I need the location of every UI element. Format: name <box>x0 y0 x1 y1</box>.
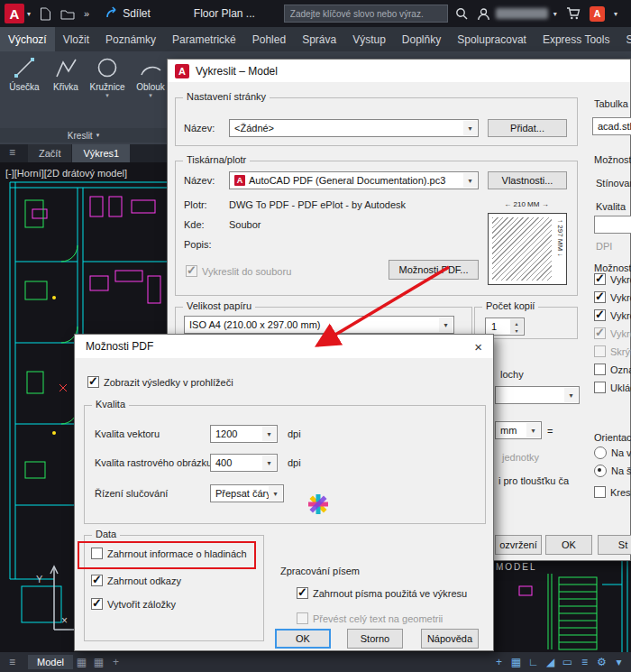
username-blurred[interactable] <box>496 8 548 19</box>
ribbon-tab-doplnky[interactable]: Doplňky <box>394 27 449 51</box>
workspace-gear-icon[interactable]: ⚙ <box>593 654 610 670</box>
line-tool-button[interactable]: Úsečka <box>4 55 45 92</box>
quality-dropdown[interactable] <box>594 216 631 234</box>
model-space-tab[interactable]: Model <box>28 655 73 669</box>
polar-tracking-icon[interactable]: ◢ <box>542 654 559 670</box>
plot-dialog-titlebar[interactable]: A Vykreslit – Model <box>168 60 630 82</box>
dropdown-caret-icon[interactable]: ▾ <box>526 423 540 437</box>
open-folder-icon[interactable] <box>60 8 75 20</box>
circle-dropdown-caret-icon[interactable]: ▾ <box>87 92 128 99</box>
ribbon-tab-pohled[interactable]: Pohled <box>244 27 294 51</box>
dropdown-caret-icon[interactable]: ▾ <box>564 388 578 402</box>
plot-option-checkbox-1[interactable]: Vykre <box>594 291 631 303</box>
merge-control-dropdown[interactable]: Přepsat čáry ▾ <box>210 484 284 502</box>
spin-up-icon[interactable]: ▴ <box>510 319 523 327</box>
plot-to-file-checkbox[interactable]: Vykreslit do souboru <box>186 265 291 277</box>
show-results-checkbox[interactable]: Zobrazit výsledky v prohlížeči <box>87 376 233 388</box>
user-menu-caret-icon[interactable]: ▾ <box>553 10 557 18</box>
dropdown-caret-icon[interactable]: ▾ <box>463 173 477 188</box>
ribbon-tab-express-tools[interactable]: Express Tools <box>535 27 617 51</box>
include-hyperlinks-checkbox[interactable]: Zahrnout odkazy <box>91 575 181 586</box>
ribbon-tab-parametricke[interactable]: Parametrické <box>164 27 244 51</box>
plot-style-table-dropdown[interactable]: acad.stb <box>592 117 631 135</box>
file-tab-vykres1[interactable]: Výkres1 <box>72 144 130 162</box>
capture-fonts-checkbox[interactable]: Zahrnout písma použitá ve výkresu <box>297 587 467 599</box>
plot-option-checkbox-6[interactable]: Uklád <box>594 382 631 393</box>
arc-tool-button[interactable]: Oblouk ▾ <box>130 55 171 99</box>
qat-more-icon[interactable]: » <box>84 8 89 19</box>
pdf-options-button[interactable]: Možnosti PDF... <box>389 260 479 280</box>
dropdown-caret-icon[interactable]: ▾ <box>269 486 282 501</box>
draw-panel-label[interactable]: Kreslit ▾ <box>0 128 167 143</box>
page-setup-dropdown[interactable]: <Žádné> ▾ <box>229 119 479 137</box>
ribbon-tab-poznamky[interactable]: Poznámky <box>97 27 164 51</box>
layout2-tab-icon[interactable]: ▦ <box>90 654 107 670</box>
plot-option-checkbox-4[interactable]: Skrýt <box>594 345 631 357</box>
spin-down-icon[interactable]: ▾ <box>510 327 523 334</box>
autodesk-access-icon[interactable]: A <box>590 6 605 22</box>
convert-text-checkbox[interactable]: Převést celý text na geometrii <box>297 612 443 624</box>
circle-tool-button[interactable]: Kružnice ▾ <box>87 55 128 99</box>
vector-quality-dropdown[interactable]: 1200 ▾ <box>210 425 278 443</box>
dynamic-input-icon[interactable]: + <box>490 654 508 670</box>
cart-icon[interactable] <box>566 7 581 20</box>
add-page-setup-button[interactable]: Přidat... <box>488 119 567 137</box>
lineweight-toggle-icon[interactable]: ≡ <box>576 654 593 670</box>
portrait-radio[interactable]: Na vý <box>594 446 631 459</box>
dropdown-caret-icon[interactable]: ▾ <box>463 121 477 135</box>
plot-option-checkbox-2[interactable]: Vykre <box>594 309 631 321</box>
ribbon-tab-vychozi[interactable]: Výchozí <box>0 27 55 51</box>
arc-dropdown-caret-icon[interactable]: ▾ <box>130 92 171 99</box>
create-bookmarks-checkbox[interactable]: Vytvořit záložky <box>91 598 176 610</box>
customize-caret-icon[interactable]: ▾ <box>610 654 627 670</box>
file-tabs-menu-icon[interactable]: ≡ <box>4 144 21 161</box>
titlebar-more-caret-icon[interactable]: ▾ <box>614 10 617 18</box>
dropdown-caret-icon[interactable]: ▾ <box>262 456 276 470</box>
what-to-plot-dropdown[interactable]: ▾ <box>495 386 580 404</box>
document-title[interactable]: Floor Plan ... <box>194 7 255 20</box>
ribbon-tab-spolupracovat[interactable]: Spolupracovat <box>449 27 535 51</box>
ribbon-tab-vlozit[interactable]: Vložit <box>55 27 97 51</box>
plot-option-checkbox-0[interactable]: Vykre <box>594 273 631 285</box>
copies-spinner[interactable]: 1 ▴▾ <box>485 318 525 336</box>
dropdown-caret-icon[interactable]: ▾ <box>262 427 276 441</box>
file-tab-start[interactable]: Začít <box>28 144 71 162</box>
app-menu-caret-icon[interactable]: ▾ <box>27 10 31 18</box>
layout1-tab-icon[interactable]: ▦ <box>73 654 90 670</box>
raster-quality-dropdown[interactable]: 400 ▾ <box>210 454 278 472</box>
printer-dropdown[interactable]: A AutoCAD PDF (General Documentation).pc… <box>229 171 479 189</box>
ribbon-tab-sprava[interactable]: Správa <box>294 27 344 51</box>
pdf-cancel-button[interactable]: Storno <box>347 629 403 649</box>
ortho-toggle-icon[interactable]: ∟ <box>525 654 542 670</box>
printer-properties-button[interactable]: Vlastnosti... <box>488 171 567 189</box>
close-icon[interactable]: × <box>471 339 486 354</box>
user-avatar-icon[interactable] <box>477 7 490 21</box>
search-icon[interactable] <box>455 7 468 20</box>
grid-toggle-icon[interactable]: ▦ <box>508 654 525 670</box>
object-snap-icon[interactable]: ▭ <box>559 654 576 670</box>
app-menu-button[interactable]: A <box>5 4 24 23</box>
ribbon-tab-vystup[interactable]: Výstup <box>344 27 394 51</box>
search-input[interactable] <box>284 5 448 23</box>
polyline-tool-button[interactable]: Křivka <box>45 55 87 92</box>
plot-upside-down-checkbox[interactable]: Kresli <box>594 486 631 498</box>
new-layout-icon[interactable]: + <box>107 654 124 670</box>
spinner-arrows[interactable]: ▴▾ <box>510 319 523 334</box>
page-setup-name-label: Název: <box>184 123 215 133</box>
plot-option-checkbox-5[interactable]: Ozna <box>594 364 631 375</box>
plot-cancel-button[interactable]: St <box>598 535 631 555</box>
pdf-help-button[interactable]: Nápověda <box>421 629 479 649</box>
share-button[interactable]: Sdílet <box>105 6 151 21</box>
landscape-radio[interactable]: Na šíř <box>594 465 631 477</box>
pdf-dialog-titlebar[interactable]: Možnosti PDF × <box>75 335 493 358</box>
plot-option-checkbox-3[interactable]: Vykre <box>594 327 631 339</box>
scale-units-dropdown[interactable]: mm ▾ <box>495 421 542 439</box>
statusbar-menu-icon[interactable]: ≡ <box>4 654 21 670</box>
pdf-ok-button[interactable]: OK <box>275 629 331 649</box>
plot-ok-button[interactable]: OK <box>545 535 592 555</box>
ribbon-tab-partial[interactable]: Sp <box>617 27 631 51</box>
dropdown-caret-icon[interactable]: ▾ <box>439 318 453 332</box>
paper-size-dropdown[interactable]: ISO A4 (210.00 x 297.00 mm) ▾ <box>184 316 454 334</box>
apply-to-layout-button[interactable]: ozvržení <box>495 535 542 555</box>
new-file-icon[interactable] <box>40 7 51 21</box>
